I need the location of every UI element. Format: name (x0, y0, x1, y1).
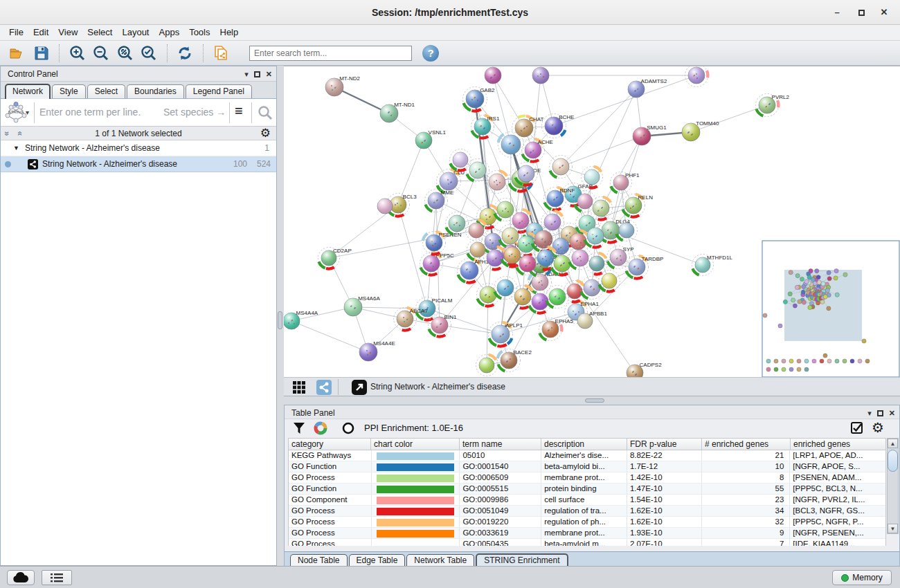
tab-select[interactable]: Select (87, 84, 125, 98)
network-node[interactable] (466, 220, 487, 241)
table-settings-gear-icon[interactable]: ⚙ (872, 421, 884, 434)
network-node-psenen[interactable]: PSENEN (423, 232, 462, 255)
network-node-bin1[interactable]: BIN1 (429, 314, 457, 337)
float-panel-icon[interactable] (254, 71, 260, 77)
open-view-icon[interactable] (352, 379, 367, 396)
network-canvas[interactable]: MT-ND2MT-ND1VSNL1GAB2ADAMTS2PVRL2TOMM40S… (284, 66, 900, 378)
memory-button[interactable]: Memory (832, 570, 892, 585)
tree-row-collection[interactable]: ▼String Network - Alzheimer's disease1 (1, 140, 276, 156)
network-node[interactable] (485, 67, 501, 84)
menu-file[interactable]: File (4, 25, 28, 40)
tab-string-enrichment[interactable]: STRING Enrichment (476, 553, 568, 567)
network-node-reln[interactable]: RELN (622, 194, 654, 217)
network-node[interactable] (467, 239, 489, 261)
network-node-cd2ap[interactable]: CD2AP (318, 248, 352, 269)
tab-network-table[interactable]: Network Table (406, 554, 474, 567)
network-node[interactable] (569, 247, 592, 270)
scrollbar-thumb[interactable] (888, 450, 898, 472)
network-node-ppp5c[interactable]: PPP5C (420, 252, 455, 275)
table-row[interactable]: GO FunctionGO:0005515protein binding1.47… (289, 484, 885, 495)
network-node-tardbp[interactable]: TARDBP (626, 256, 664, 279)
filter-icon[interactable] (293, 422, 305, 434)
tree-row-network[interactable]: String Network - Alzheimer's disease1005… (1, 156, 276, 172)
select-columns-icon[interactable] (851, 422, 863, 434)
zoom-fit-icon[interactable] (115, 43, 136, 64)
network-node[interactable] (616, 220, 638, 241)
table-row[interactable]: GO FunctionGO:0001540beta-amyloid bi...1… (289, 461, 885, 472)
network-node-ms4a6a[interactable]: MS4A6A (344, 295, 380, 316)
network-node[interactable] (494, 277, 517, 300)
network-node[interactable] (486, 171, 509, 194)
column-header-category[interactable]: category (288, 438, 371, 450)
column-header-term-name[interactable]: term name (460, 438, 541, 450)
open-session-icon[interactable] (7, 43, 28, 64)
menu-edit[interactable]: Edit (28, 25, 53, 40)
close-panel-icon[interactable]: ✕ (266, 71, 272, 78)
zoom-out-icon[interactable] (91, 43, 111, 64)
network-node[interactable] (377, 199, 393, 214)
network-node[interactable] (512, 286, 534, 309)
table-row[interactable]: KEGG Pathways05010Alzheimer's dise...8.8… (289, 450, 885, 461)
maximize-button[interactable] (854, 6, 869, 19)
table-row[interactable]: GO ComponentGO:0009986cell surface1.54E-… (289, 495, 885, 506)
network-node-ms4a4e[interactable]: MS4A4E (359, 340, 395, 361)
column-header-enriched-genes[interactable]: enriched genes (791, 438, 886, 450)
network-node-gab2[interactable]: GAB2 (463, 87, 496, 111)
string-query-input[interactable]: Enter one term per line. (39, 107, 141, 118)
network-node[interactable] (450, 149, 471, 171)
copy-network-icon[interactable] (210, 43, 231, 64)
table-row[interactable]: GO ProcessGO:0019220regulation of ph...1… (289, 517, 885, 528)
grid-view-icon[interactable] (292, 379, 306, 396)
collapse-triangle-icon[interactable]: ▼ (13, 145, 19, 151)
vertical-splitter-handle[interactable] (278, 311, 282, 329)
horizontal-splitter-handle[interactable] (585, 398, 604, 403)
column-header-FDR-p-value[interactable]: FDR p-value (627, 438, 702, 450)
pie-chart-icon[interactable] (314, 421, 327, 435)
tab-network[interactable]: Network (5, 84, 51, 99)
network-node[interactable] (564, 281, 586, 302)
network-node-cadps2[interactable]: CADPS2 (627, 362, 662, 378)
menu-apps[interactable]: Apps (154, 25, 185, 40)
zoom-in-icon[interactable] (67, 43, 88, 64)
cloud-button[interactable] (7, 570, 35, 585)
network-node-chat[interactable]: CHAT (512, 116, 544, 140)
refresh-icon[interactable] (174, 43, 195, 64)
network-node-pvrl2[interactable]: PVRL2 (756, 94, 790, 117)
species-hint[interactable]: Set species → (163, 107, 226, 118)
menu-help[interactable]: Help (215, 25, 244, 40)
table-vertical-scrollbar[interactable]: ▲ ▼ (887, 438, 899, 534)
network-node-mme[interactable]: MME (425, 190, 454, 212)
table-row[interactable]: GO ProcessGO:0033619membrane prot...1.93… (289, 528, 885, 539)
tab-legend-panel[interactable]: Legend Panel (186, 84, 252, 98)
birds-eye-view[interactable] (762, 241, 899, 377)
share-network-icon[interactable] (316, 379, 332, 396)
panel-menu-icon[interactable]: ▾ (867, 410, 872, 417)
float-panel-icon[interactable] (877, 410, 883, 416)
network-node[interactable] (541, 211, 564, 234)
network-node-tomm40[interactable]: TOMM40 (682, 120, 719, 141)
save-session-icon[interactable] (31, 43, 52, 64)
network-node[interactable] (476, 355, 498, 376)
network-node-mt-nd2[interactable]: MT-ND2 (325, 75, 360, 96)
network-options-gear-icon[interactable]: ⚙ (260, 127, 271, 139)
network-node-ms4a4a[interactable]: MS4A4A (284, 310, 318, 329)
column-header--enriched-genes[interactable]: # enriched genes (702, 438, 791, 450)
network-node-aplp1[interactable]: APLP1 (489, 322, 523, 347)
close-button[interactable]: ✕ (876, 6, 892, 19)
network-node-mt-nd1[interactable]: MT-ND1 (380, 102, 415, 122)
menu-view[interactable]: View (53, 25, 82, 40)
table-row[interactable]: GO ProcessGO:0050435beta-amyloid m...2.0… (289, 539, 885, 546)
zoom-selected-icon[interactable] (138, 43, 159, 64)
tab-boundaries[interactable]: Boundaries (127, 84, 184, 98)
column-header-chart-color[interactable]: chart color (371, 438, 460, 450)
column-header-description[interactable]: description (541, 438, 627, 450)
table-row[interactable]: GO ProcessGO:0051049regulation of tra...… (289, 506, 885, 517)
network-node[interactable] (685, 66, 708, 87)
tab-node-table[interactable]: Node Table (290, 554, 348, 567)
ring-chart-icon[interactable] (341, 421, 355, 435)
menu-tools[interactable]: Tools (184, 25, 215, 40)
table-row[interactable]: GO ProcessGO:0006509membrane prot...1.42… (289, 472, 885, 484)
network-node[interactable] (532, 67, 549, 84)
network-node-vsnl1[interactable]: VSNL1 (415, 129, 446, 149)
string-options-icon[interactable]: ≡ (235, 103, 243, 119)
